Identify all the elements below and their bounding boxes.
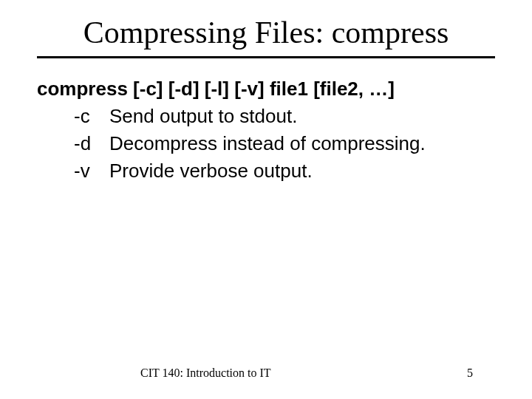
title-divider: [37, 56, 495, 58]
slide-title: Compressing Files: compress: [37, 15, 495, 50]
option-flag: -c: [74, 103, 99, 129]
option-desc: Decompress instead of compressing.: [109, 131, 426, 157]
options-list: -c Send output to stdout. -d Decompress …: [74, 103, 495, 184]
option-flag: -v: [74, 158, 99, 184]
slide: Compressing Files: compress compress [-c…: [0, 0, 532, 399]
footer-page-number: 5: [467, 366, 473, 380]
slide-body: compress [-c] [-d] [-l] [-v] file1 [file…: [37, 76, 495, 184]
option-row: -v Provide verbose output.: [74, 158, 495, 184]
option-flag: -d: [74, 131, 99, 157]
option-row: -c Send output to stdout.: [74, 103, 495, 129]
footer: CIT 140: Introduction to IT 5: [37, 366, 495, 380]
option-desc: Provide verbose output.: [109, 158, 313, 184]
option-row: -d Decompress instead of compressing.: [74, 131, 495, 157]
footer-course: CIT 140: Introduction to IT: [140, 366, 271, 380]
command-syntax: compress [-c] [-d] [-l] [-v] file1 [file…: [37, 76, 495, 102]
option-desc: Send output to stdout.: [109, 103, 297, 129]
